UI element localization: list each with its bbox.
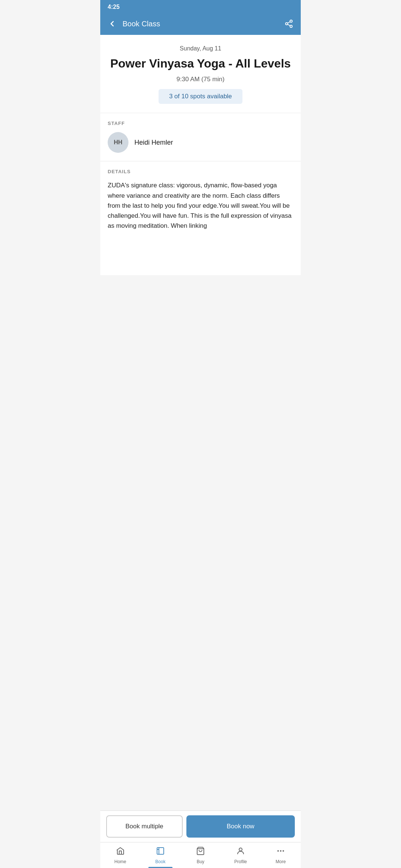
svg-point-7 (277, 850, 279, 852)
svg-point-1 (286, 23, 288, 25)
svg-point-0 (290, 20, 292, 22)
more-icon (276, 846, 285, 858)
svg-point-8 (280, 850, 281, 852)
main-content: Sunday, Aug 11 Power Vinyasa Yoga - All … (100, 35, 301, 275)
profile-icon (236, 846, 245, 858)
nav-label-book: Book (155, 859, 165, 864)
class-date: Sunday, Aug 11 (108, 45, 293, 52)
class-header: Sunday, Aug 11 Power Vinyasa Yoga - All … (100, 35, 301, 113)
share-button[interactable] (283, 18, 295, 30)
staff-row: HH Heidi Hemler (108, 132, 293, 157)
nav-label-more: More (276, 859, 286, 864)
svg-point-2 (290, 25, 292, 27)
status-time: 4:25 (108, 4, 120, 10)
svg-point-9 (283, 850, 284, 852)
nav-item-home[interactable]: Home (100, 842, 140, 868)
staff-name: Heidi Hemler (134, 139, 173, 147)
svg-point-6 (239, 848, 242, 851)
class-title: Power Vinyasa Yoga - All Levels (108, 56, 293, 70)
nav-label-profile: Profile (234, 859, 247, 864)
home-icon (116, 846, 125, 858)
share-icon (284, 19, 293, 28)
staff-section-label: STAFF (108, 121, 293, 126)
svg-rect-5 (157, 848, 164, 854)
details-text: ZUDA's signature class: vigorous, dynami… (108, 180, 293, 231)
toolbar: Book Class (100, 13, 301, 35)
svg-line-3 (288, 24, 290, 26)
back-icon (108, 19, 117, 28)
book-icon (156, 846, 165, 858)
staff-section: STAFF HH Heidi Hemler (100, 113, 301, 161)
toolbar-left: Book Class (106, 18, 160, 30)
nav-item-profile[interactable]: Profile (221, 842, 261, 868)
details-section: DETAILS ZUDA's signature class: vigorous… (100, 161, 301, 238)
nav-label-home: Home (114, 859, 126, 864)
nav-item-buy[interactable]: Buy (180, 842, 221, 868)
bottom-action-buttons: Book multiple Book now (100, 811, 301, 842)
nav-item-book[interactable]: Book (140, 842, 180, 868)
book-now-button[interactable]: Book now (186, 815, 295, 838)
toolbar-title: Book Class (123, 20, 160, 28)
book-multiple-button[interactable]: Book multiple (106, 815, 183, 838)
staff-avatar: HH (108, 132, 128, 153)
spots-badge: 3 of 10 spots available (159, 89, 242, 104)
buy-icon (196, 846, 205, 858)
status-bar: 4:25 (100, 0, 301, 13)
bottom-nav: Home Book Buy Profile (100, 842, 301, 868)
nav-label-buy: Buy (197, 859, 205, 864)
svg-line-4 (288, 22, 290, 23)
details-section-label: DETAILS (108, 169, 293, 174)
back-button[interactable] (106, 18, 118, 30)
nav-item-more[interactable]: More (261, 842, 301, 868)
class-time: 9:30 AM (75 min) (108, 76, 293, 83)
